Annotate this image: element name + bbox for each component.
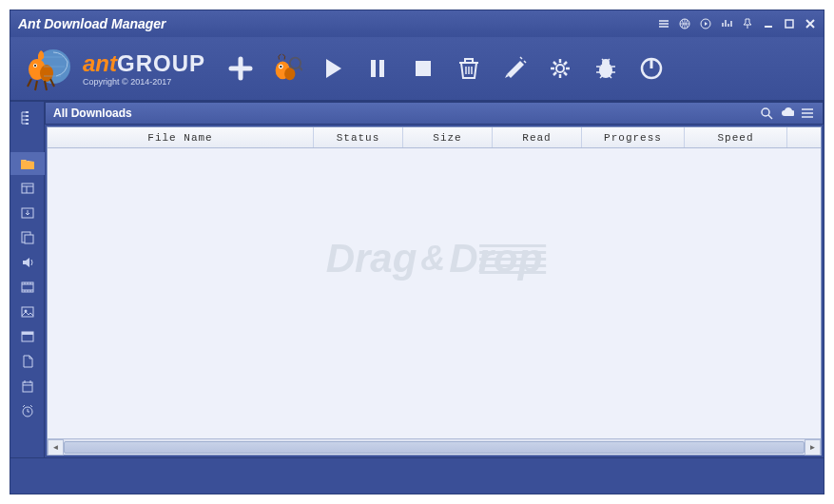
- col-speed[interactable]: Speed: [685, 127, 787, 147]
- watermark-amp: &: [420, 239, 445, 279]
- col-progress[interactable]: Progress: [582, 127, 685, 147]
- svg-rect-29: [22, 307, 33, 317]
- toolbar: antGROUP Copyright © 2014-2017: [10, 37, 824, 102]
- sidebar-scheduler-icon[interactable]: [10, 375, 45, 397]
- svg-point-7: [34, 65, 36, 67]
- sidebar-folder-icon[interactable]: [10, 152, 45, 175]
- sidebar-image-icon[interactable]: [10, 300, 45, 323]
- brand-text: antGROUP Copyright © 2014-2017: [83, 50, 205, 87]
- equalizer-icon[interactable]: [721, 18, 732, 29]
- table-body[interactable]: Drag&Drop: [48, 148, 821, 438]
- svg-point-38: [802, 116, 804, 118]
- svg-rect-21: [26, 115, 29, 117]
- sidebar-audio-icon[interactable]: [10, 251, 45, 274]
- svg-rect-22: [26, 119, 29, 121]
- svg-point-11: [280, 66, 281, 68]
- col-size[interactable]: Size: [403, 127, 493, 147]
- col-filename[interactable]: File Name: [48, 127, 314, 147]
- watermark-drop: Drop: [449, 236, 542, 281]
- col-spacer: [787, 127, 821, 147]
- close-icon[interactable]: [805, 18, 816, 29]
- app-title: Ant Download Manager: [18, 16, 658, 31]
- settings-button[interactable]: [544, 52, 576, 85]
- app-window: Ant Download Manager: [10, 10, 824, 494]
- sidebar-archive-icon[interactable]: [10, 177, 45, 200]
- pin-icon[interactable]: [742, 18, 753, 29]
- cloud-icon[interactable]: [781, 107, 794, 120]
- list-icon[interactable]: [802, 107, 815, 120]
- power-button[interactable]: [635, 52, 668, 85]
- sidebar-video-icon[interactable]: [10, 276, 45, 299]
- body-area: All Downloads File Name Status Size Read…: [10, 102, 824, 457]
- play-button[interactable]: [316, 52, 348, 85]
- svg-rect-32: [22, 332, 33, 335]
- statusbar: [10, 457, 824, 494]
- svg-point-35: [762, 108, 769, 116]
- svg-rect-13: [371, 60, 376, 77]
- brand-name: antGROUP: [83, 50, 205, 77]
- brand-ant: ant: [83, 50, 117, 76]
- svg-rect-20: [26, 111, 29, 113]
- sidebar: [10, 102, 45, 457]
- titlebar-icons: [658, 18, 816, 29]
- svg-point-9: [284, 68, 295, 80]
- category-header: All Downloads: [45, 102, 824, 125]
- sidebar-tree-icon[interactable]: [10, 107, 45, 129]
- category-icons: [760, 107, 815, 120]
- stop-button[interactable]: [407, 52, 439, 85]
- svg-rect-2: [786, 20, 793, 28]
- sidebar-page-icon[interactable]: [10, 350, 45, 373]
- sidebar-alarm-icon[interactable]: [10, 399, 45, 422]
- svg-point-36: [802, 108, 804, 110]
- pause-button[interactable]: [361, 52, 394, 85]
- cleanup-button[interactable]: [498, 52, 531, 85]
- scroll-left-button[interactable]: ◄: [48, 439, 64, 456]
- sidebar-download-icon[interactable]: [10, 202, 45, 224]
- delete-button[interactable]: [453, 52, 485, 85]
- ant-logo-icon: [20, 43, 77, 95]
- col-read[interactable]: Read: [493, 127, 582, 147]
- brand-group: GROUP: [117, 50, 205, 76]
- maximize-icon[interactable]: [784, 18, 795, 29]
- minimize-icon[interactable]: [763, 18, 774, 29]
- category-title: All Downloads: [53, 107, 760, 120]
- titlebar: Ant Download Manager: [10, 10, 824, 37]
- sidebar-app-icon[interactable]: [10, 325, 45, 348]
- bug-button[interactable]: [590, 52, 622, 85]
- sidebar-docs-icon[interactable]: [10, 226, 45, 249]
- drag-drop-watermark: Drag&Drop: [326, 236, 543, 281]
- svg-point-16: [556, 65, 564, 72]
- play-circle-icon[interactable]: [700, 18, 711, 29]
- svg-rect-23: [26, 123, 29, 125]
- svg-rect-15: [416, 61, 431, 76]
- svg-rect-33: [23, 382, 32, 392]
- scroll-right-button[interactable]: ►: [805, 439, 821, 456]
- col-status[interactable]: Status: [314, 127, 403, 147]
- main-panel: All Downloads File Name Status Size Read…: [45, 102, 824, 457]
- svg-rect-24: [22, 184, 33, 193]
- scroll-thumb[interactable]: [64, 441, 805, 454]
- logo-area: antGROUP Copyright © 2014-2017: [20, 43, 205, 95]
- add-ant-button[interactable]: [270, 52, 302, 85]
- downloads-table: File Name Status Size Read Progress Spee…: [47, 126, 822, 456]
- search-icon[interactable]: [760, 107, 773, 120]
- globe-icon[interactable]: [679, 18, 690, 29]
- svg-rect-27: [25, 235, 33, 243]
- table-header: File Name Status Size Read Progress Spee…: [48, 127, 821, 148]
- add-button[interactable]: [224, 52, 257, 85]
- watermark-drag: Drag: [326, 236, 417, 281]
- svg-rect-14: [379, 60, 384, 77]
- brand-copyright: Copyright © 2014-2017: [83, 77, 205, 87]
- toolbar-buttons: [224, 52, 668, 85]
- svg-point-37: [802, 112, 804, 114]
- horizontal-scrollbar[interactable]: ◄ ►: [48, 438, 821, 455]
- menu-icon[interactable]: [658, 18, 669, 29]
